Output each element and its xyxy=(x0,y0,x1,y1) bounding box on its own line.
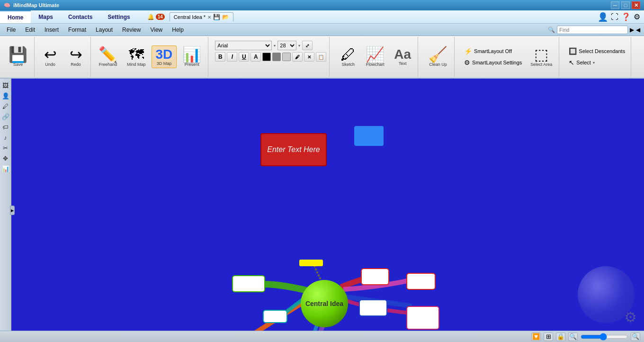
freehand-button[interactable]: ✏️ Freehand xyxy=(95,45,121,69)
save-button[interactable]: 💾 Save xyxy=(5,45,31,69)
nav-tab-contacts[interactable]: Contacts xyxy=(61,10,100,23)
flowchart-label: Flowchart xyxy=(366,62,385,67)
zoom-in-button[interactable]: 🔍 xyxy=(631,333,640,341)
menu-insert[interactable]: Insert xyxy=(40,24,63,36)
branch-node-right-middle[interactable] xyxy=(359,299,387,316)
redo-icon: ↪ xyxy=(70,47,82,62)
styles-button[interactable]: 🗂 Styles xyxy=(638,45,644,69)
document-tab-close[interactable]: ✕ xyxy=(207,15,211,20)
redo-button[interactable]: ↪ Redo xyxy=(64,45,88,69)
lock-button[interactable]: 🔒 xyxy=(556,333,565,341)
underline-button[interactable]: U xyxy=(239,52,249,62)
globe-gear-icon: ⚙ xyxy=(624,309,637,325)
grid-button[interactable]: ⊞ xyxy=(544,333,553,341)
document-tab-label: Central Idea * xyxy=(174,14,206,20)
font-family-select[interactable]: Arial xyxy=(215,41,272,50)
select-icon: ↖ xyxy=(569,59,574,66)
select-descendants-button[interactable]: 🔲 Select Descendants xyxy=(566,46,628,56)
find-next-icon[interactable]: ▶ xyxy=(630,27,634,33)
smartlayout-off-button[interactable]: ⚡ SmartLayout Off xyxy=(461,46,525,56)
select-button[interactable]: ↖ Select ▾ xyxy=(566,58,628,67)
select-descendants-label: Select Descendants xyxy=(579,48,625,54)
user-icon[interactable]: 👤 xyxy=(598,12,608,22)
select-dropdown-arrow: ▾ xyxy=(593,61,595,65)
menu-edit[interactable]: Edit xyxy=(20,24,40,36)
undo-button[interactable]: ↩ Undo xyxy=(38,45,62,69)
find-prev-icon[interactable]: ◀ xyxy=(636,27,640,33)
menu-view[interactable]: View xyxy=(145,24,167,36)
save-icon[interactable]: 💾 xyxy=(213,14,220,20)
fullscreen-icon[interactable]: ⛶ xyxy=(611,13,618,21)
freehand-label: Freehand xyxy=(99,62,117,67)
menu-format[interactable]: Format xyxy=(63,24,91,36)
text-outline-button[interactable]: A xyxy=(250,52,261,62)
document-tab-central-idea[interactable]: Central Idea * ✕ 💾 📂 xyxy=(170,12,233,21)
zoom-slider[interactable] xyxy=(581,333,628,341)
maximize-button[interactable]: □ xyxy=(621,1,630,9)
branch-node-right-lower[interactable] xyxy=(406,306,439,330)
stamp-button[interactable]: 📋 xyxy=(316,52,326,62)
tool-scissors[interactable]: ✂ xyxy=(1,143,10,153)
tool-tag[interactable]: 🏷 xyxy=(1,122,10,132)
menu-file[interactable]: File xyxy=(2,24,20,36)
bg-color-swatch[interactable] xyxy=(272,53,281,61)
border-color-swatch[interactable] xyxy=(282,53,291,61)
sketch-button[interactable]: 🖊 Sketch xyxy=(336,45,360,69)
nav-tab-home[interactable]: Home xyxy=(0,10,31,23)
highlight-button[interactable]: 🖌 xyxy=(292,52,303,62)
bold-button[interactable]: B xyxy=(215,52,225,62)
text-input-box[interactable]: Enter Text Here xyxy=(260,133,327,166)
menu-help[interactable]: Help xyxy=(167,24,188,36)
text-color-swatch[interactable] xyxy=(262,53,271,61)
central-node[interactable]: Central Idea xyxy=(301,280,348,327)
folder-icon[interactable]: 📂 xyxy=(222,14,229,20)
text-button[interactable]: Aa Text xyxy=(390,46,415,68)
toolbar-expand-button[interactable]: ▶ xyxy=(10,206,15,215)
minimize-button[interactable]: ─ xyxy=(611,1,619,9)
present-icon: 📊 xyxy=(182,47,201,62)
smartlayout-off-label: SmartLayout Off xyxy=(474,48,512,54)
ribbon-group-font: Arial ▾ 28 ▾ ⤢ B I U A � xyxy=(212,37,330,77)
nav-tab-maps[interactable]: Maps xyxy=(31,10,61,23)
menu-layout[interactable]: Layout xyxy=(91,24,117,36)
find-input[interactable] xyxy=(557,26,628,34)
settings-icon[interactable]: ⚙ xyxy=(634,12,640,21)
italic-button[interactable]: I xyxy=(227,52,237,62)
smartlayout-settings-button[interactable]: ⚙ SmartLayout Settings xyxy=(461,58,525,67)
branch-node-top-left[interactable] xyxy=(232,275,265,292)
ribbon-group-select: 🔲 Select Descendants ↖ Select ▾ xyxy=(563,37,631,77)
clear-format-button[interactable]: ✕ xyxy=(304,52,314,62)
select-area-button[interactable]: ⬚ Select Area xyxy=(527,45,556,69)
undo-icon: ↩ xyxy=(44,47,57,62)
tool-move[interactable]: ✥ xyxy=(1,153,10,163)
present-label: Present xyxy=(185,62,199,67)
filter-button[interactable]: 🔽 xyxy=(531,333,541,341)
close-button[interactable]: ✕ xyxy=(632,1,640,9)
branch-node-right-upper[interactable] xyxy=(361,268,389,285)
cleanup-button[interactable]: 🧹 Clean Up xyxy=(425,45,451,69)
font-size-select[interactable]: 28 xyxy=(277,41,296,50)
branch-node-small-left[interactable] xyxy=(263,310,287,323)
flowchart-button[interactable]: 📈 Flowchart xyxy=(362,45,388,69)
notification-bell[interactable]: 🔔 14 xyxy=(147,14,165,20)
3d-map-button[interactable]: 3D 3D Map xyxy=(152,45,177,68)
tool-person[interactable]: 👤 xyxy=(1,91,10,100)
menu-review[interactable]: Review xyxy=(117,24,145,36)
top-right-icons: 👤 ⛶ ❓ ⚙ xyxy=(598,12,644,22)
branch-node-right-far-upper[interactable] xyxy=(406,273,436,290)
present-button[interactable]: 📊 Present xyxy=(179,45,205,69)
fit-button[interactable]: ⤢ xyxy=(302,41,313,50)
help-icon[interactable]: ❓ xyxy=(621,12,631,21)
title-bar-controls: ─ □ ✕ xyxy=(611,1,640,9)
tool-image[interactable]: 🖼 xyxy=(1,81,10,90)
zoom-out-button[interactable]: 🔍 xyxy=(568,333,578,341)
tool-link[interactable]: 🔗 xyxy=(1,112,10,121)
tool-music[interactable]: ♪ xyxy=(1,133,10,142)
nav-tab-settings[interactable]: Settings xyxy=(100,10,137,23)
tool-pen[interactable]: 🖊 xyxy=(1,101,10,111)
mind-map-button[interactable]: 🗺 Mind Map xyxy=(123,45,150,69)
sketch-icon: 🖊 xyxy=(340,47,356,62)
tool-chart[interactable]: 📊 xyxy=(1,164,10,173)
blue-floating-rect[interactable] xyxy=(354,126,384,146)
text-label: Text xyxy=(399,61,407,66)
